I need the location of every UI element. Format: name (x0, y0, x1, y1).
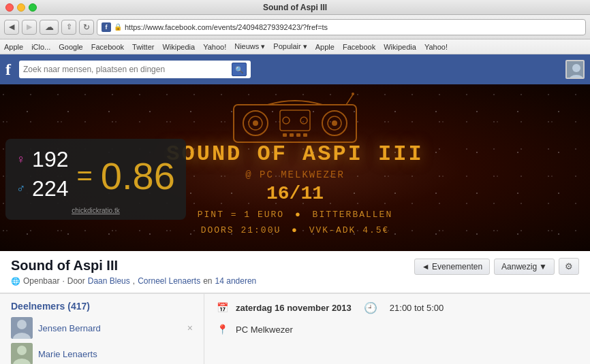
facebook-search-input[interactable] (23, 65, 229, 74)
back-button[interactable]: ◀ (4, 20, 19, 35)
url-text: https://www.facebook.com/events/24094827… (125, 23, 581, 31)
facebook-blue-bar: f 🔍 (0, 54, 590, 84)
globe-icon: 🌐 (11, 277, 20, 286)
event-details-section: Sound of Aspi III 🌐 Openbaar · Door Daan… (0, 251, 590, 293)
facebook-search-button[interactable]: 🔍 (232, 63, 247, 76)
participant-name-2[interactable]: Marie Lenaerts (38, 349, 193, 359)
organizer1-link[interactable]: Daan Bleus (88, 276, 130, 286)
equals-sign: = (77, 161, 93, 191)
female-count: 192 (31, 147, 69, 172)
bookmarks-bar: Apple iClo... Google Facebook Twitter Wi… (0, 39, 590, 54)
bottom-area: Deelnemers (417) Jensen Bernard × Marie … (0, 293, 590, 364)
aanwezig-button[interactable]: Aanwezig ▼ (494, 259, 555, 275)
evenementen-button[interactable]: ◄ Evenementen (414, 259, 490, 275)
user-avatar (565, 60, 585, 79)
male-row: ♂ 224 (16, 176, 69, 201)
bookmark-google[interactable]: Google (59, 43, 82, 51)
facebook-favicon: f (102, 22, 111, 32)
browser-toolbar: ◀ ▶ ☁ ⇧ ↻ f 🔒 https://www.facebook.com/e… (0, 15, 590, 39)
participant-avatar-2 (11, 343, 33, 364)
widget-link[interactable]: chickdickratio.tk (16, 207, 175, 214)
cloud-button[interactable]: ☁ (40, 20, 59, 35)
others-link[interactable]: 14 anderen (215, 276, 257, 286)
event-cover-details1: PINT = 1 EURO ● BITTERBALLEN (198, 210, 392, 220)
event-cover-title: SOUND OF ASPI III (166, 142, 423, 167)
participant-name-1[interactable]: Jensen Bernard (38, 323, 182, 333)
male-count: 224 (31, 176, 69, 201)
lock-icon: 🔒 (114, 23, 122, 31)
bookmark-facebook[interactable]: Facebook (91, 43, 124, 51)
event-name: Sound of Aspi III (11, 258, 256, 274)
bookmark-apple2[interactable]: Apple (315, 43, 335, 51)
ratio-value: 0.86 (101, 154, 175, 198)
organizer2-link[interactable]: Corneel Lenaerts (138, 276, 200, 286)
minimize-button[interactable] (17, 3, 25, 12)
event-info-left: Sound of Aspi III 🌐 Openbaar · Door Daan… (11, 258, 256, 286)
window-buttons (5, 3, 37, 12)
bookmark-nieuws[interactable]: Nieuws ▾ (234, 42, 265, 51)
refresh-button[interactable]: ↻ (79, 20, 94, 35)
widget-numbers: ♀ 192 ♂ 224 (16, 147, 69, 204)
event-cover-subtitle: @ PC MELKWEZER (245, 169, 345, 180)
svg-point-1 (572, 64, 580, 72)
male-icon: ♂ (16, 182, 26, 196)
deelnemers-section: Deelnemers (417) Jensen Bernard × Marie … (0, 294, 204, 364)
location-row: 📍 PC Melkwezer (215, 322, 579, 336)
gear-button[interactable]: ⚙ (559, 258, 579, 275)
close-button[interactable] (5, 3, 14, 12)
title-bar: Sound of Aspi III (0, 0, 590, 15)
bookmark-wikipedia[interactable]: Wikipedia (162, 43, 195, 51)
facebook-search-container[interactable]: 🔍 (19, 61, 251, 78)
bookmark-apple[interactable]: Apple (4, 43, 23, 51)
table-row: Jensen Bernard × (11, 317, 193, 339)
event-meta: 🌐 Openbaar · Door Daan Bleus , Corneel L… (11, 276, 256, 286)
date-row: 📅 zaterdag 16 november 2013 🕘 21:00 tot … (215, 301, 579, 314)
participant-remove-1[interactable]: × (187, 322, 193, 333)
event-cover-details2: DOORS 21:00U ● VVK-ADK 4.5€ (201, 225, 390, 235)
bookmark-wikipedia2[interactable]: Wikipedia (384, 43, 416, 51)
participant-avatar-1 (11, 317, 33, 339)
female-row: ♀ 192 (16, 147, 69, 172)
location-icon: 📍 (215, 322, 229, 336)
table-row: Marie Lenaerts (11, 343, 193, 364)
bookmark-facebook2[interactable]: Facebook (343, 43, 375, 51)
location-text: PC Melkwezer (236, 325, 293, 335)
maximize-button[interactable] (29, 3, 37, 12)
time-icon: 🕘 (364, 301, 377, 314)
bookmark-yahoo[interactable]: Yahoo! (203, 43, 226, 51)
bookmark-iclo[interactable]: iClo... (31, 43, 50, 51)
main-content: SOUND OF ASPI III @ PC MELKWEZER 16/11 P… (0, 84, 590, 364)
facebook-logo: f (5, 61, 11, 79)
event-cover-date: 16/11 (266, 183, 324, 204)
forward-button[interactable]: ▶ (22, 20, 37, 35)
overlay-widget: ♀ 192 ♂ 224 = 0.86 chickdickratio.tk (5, 139, 186, 220)
calendar-icon: 📅 (215, 301, 229, 314)
event-actions: ◄ Evenementen Aanwezig ▼ ⚙ (414, 258, 579, 275)
date-text: zaterdag 16 november 2013 (236, 303, 352, 313)
female-icon: ♀ (16, 152, 26, 167)
address-bar[interactable]: f 🔒 https://www.facebook.com/events/2409… (97, 19, 586, 35)
svg-point-20 (17, 320, 27, 329)
bookmark-populair[interactable]: Populair ▾ (273, 42, 307, 51)
date-location-section: 📅 zaterdag 16 november 2013 🕘 21:00 tot … (204, 294, 590, 364)
svg-point-23 (17, 346, 27, 355)
share-button[interactable]: ⇧ (61, 20, 76, 35)
window-title: Sound of Aspi III (263, 3, 327, 12)
bookmark-twitter[interactable]: Twitter (132, 43, 154, 51)
bookmark-yahoo2[interactable]: Yahoo! (424, 43, 448, 51)
deelnemers-title: Deelnemers (417) (11, 301, 193, 312)
time-text: 21:00 tot 5:00 (390, 303, 444, 313)
